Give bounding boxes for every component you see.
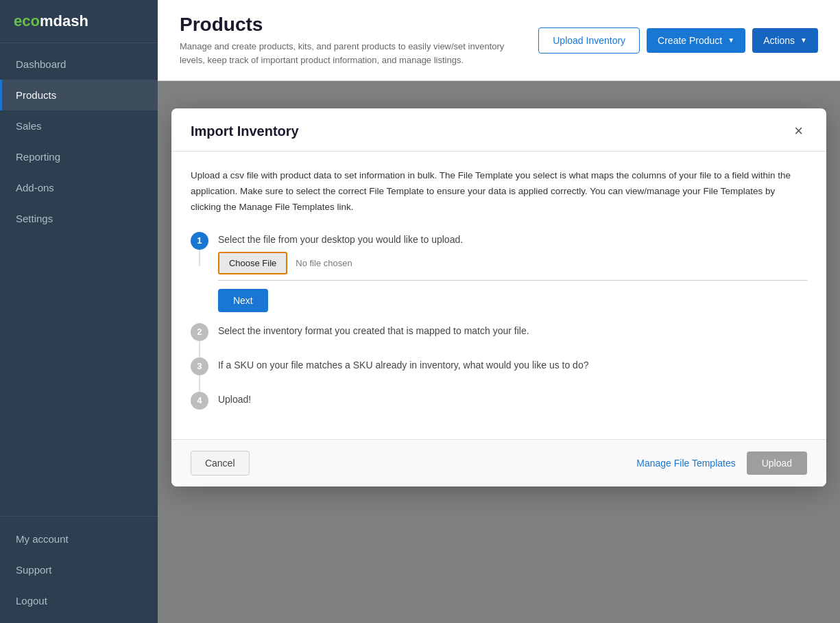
step-1-line <box>199 250 200 266</box>
step-1-label: Select the file from your desktop you wo… <box>218 232 807 245</box>
next-button[interactable]: Next <box>218 289 268 312</box>
logo: ecomdash <box>0 0 158 43</box>
modal-body: Upload a csv file with product data to s… <box>171 152 826 439</box>
sidebar: ecomdash Dashboard Products Sales Report… <box>0 0 158 623</box>
sidebar-item-logout[interactable]: Logout <box>0 585 158 616</box>
step-2-label: Select the inventory format you created … <box>218 323 807 336</box>
cancel-button[interactable]: Cancel <box>191 451 250 475</box>
sidebar-bottom: My account Support Logout <box>0 516 158 623</box>
chevron-down-icon: ▼ <box>728 36 734 44</box>
sidebar-item-dashboard[interactable]: Dashboard <box>0 49 158 80</box>
manage-file-templates-link[interactable]: Manage File Templates <box>636 458 735 469</box>
footer-right: Manage File Templates Upload <box>636 451 807 475</box>
import-inventory-modal: Import Inventory × Upload a csv file wit… <box>171 108 826 486</box>
header-actions: Upload Inventory Create Product ▼ Action… <box>538 27 818 54</box>
file-input-row: Choose File No file chosen <box>218 252 807 281</box>
step-3-number: 3 <box>191 357 208 375</box>
sidebar-item-sales[interactable]: Sales <box>0 110 158 141</box>
step-4-content: Upload! <box>218 392 807 423</box>
actions-button[interactable]: Actions ▼ <box>752 28 818 53</box>
modal-overlay: Import Inventory × Upload a csv file wit… <box>158 81 840 623</box>
page-description: Manage and create products, kits, and pa… <box>180 40 509 67</box>
choose-file-button[interactable]: Choose File <box>218 252 287 274</box>
step-2-content: Select the inventory format you created … <box>218 323 807 354</box>
step-1-row: 1 Select the file from your desktop you … <box>191 232 807 323</box>
sidebar-item-my-account[interactable]: My account <box>0 524 158 554</box>
step-3-label: If a SKU on your file matches a SKU alre… <box>218 357 807 371</box>
sidebar-item-support[interactable]: Support <box>0 554 158 585</box>
sidebar-item-settings[interactable]: Settings <box>0 203 158 234</box>
logo-mdash: mdash <box>40 12 88 30</box>
page-body: Import Inventory × Upload a csv file wit… <box>158 81 840 623</box>
header-left: Products Manage and create products, kit… <box>180 14 509 67</box>
step-2-row: 2 Select the inventory format you create… <box>191 323 807 357</box>
step-3-row: 3 If a SKU on your file matches a SKU al… <box>191 357 807 392</box>
page-title: Products <box>180 14 509 36</box>
step-2-line <box>199 341 200 357</box>
upload-inventory-button[interactable]: Upload Inventory <box>538 27 640 54</box>
step-2-number: 2 <box>191 323 208 341</box>
step-2-connector: 2 <box>191 323 208 357</box>
close-button[interactable]: × <box>790 122 807 140</box>
step-4-row: 4 Upload! <box>191 392 807 423</box>
create-product-button[interactable]: Create Product ▼ <box>647 28 745 53</box>
page-header: Products Manage and create products, kit… <box>158 0 840 81</box>
step-4-number: 4 <box>191 392 208 410</box>
step-1-content: Select the file from your desktop you wo… <box>218 232 807 323</box>
step-3-connector: 3 <box>191 357 208 392</box>
file-name-label: No file chosen <box>296 258 352 268</box>
modal-description: Upload a csv file with product data to s… <box>191 168 807 215</box>
step-4-label: Upload! <box>218 392 807 405</box>
step-1-number: 1 <box>191 232 208 250</box>
sidebar-nav: Dashboard Products Sales Reporting Add-o… <box>0 43 158 516</box>
step-1-connector: 1 <box>191 232 208 266</box>
modal-footer: Cancel Manage File Templates Upload <box>171 439 826 486</box>
sidebar-item-addons[interactable]: Add-ons <box>0 172 158 203</box>
step-4-connector: 4 <box>191 392 208 410</box>
step-3-line <box>199 375 200 392</box>
chevron-down-icon: ▼ <box>800 36 807 44</box>
modal-title: Import Inventory <box>191 124 299 139</box>
steps-container: 1 Select the file from your desktop you … <box>191 232 807 423</box>
sidebar-item-reporting[interactable]: Reporting <box>0 141 158 172</box>
modal-header: Import Inventory × <box>171 108 826 152</box>
sidebar-item-products[interactable]: Products <box>0 80 158 110</box>
upload-button[interactable]: Upload <box>747 451 807 475</box>
step-3-content: If a SKU on your file matches a SKU alre… <box>218 357 807 388</box>
main-area: Products Manage and create products, kit… <box>158 0 840 623</box>
logo-eco: eco <box>14 12 40 30</box>
